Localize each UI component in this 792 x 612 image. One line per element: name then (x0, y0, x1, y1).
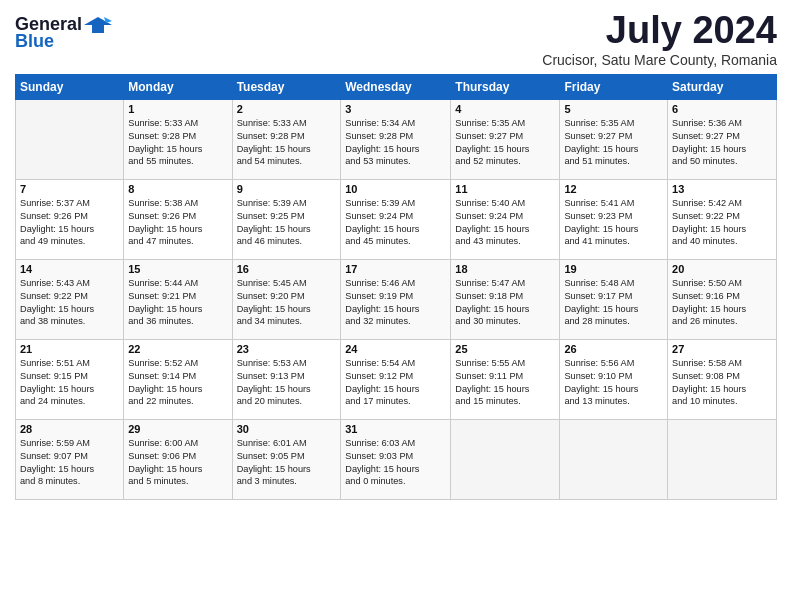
day-number: 16 (237, 263, 337, 275)
day-info: Sunrise: 5:33 AM Sunset: 9:28 PM Dayligh… (128, 117, 227, 169)
day-number: 11 (455, 183, 555, 195)
calendar-cell: 20Sunrise: 5:50 AM Sunset: 9:16 PM Dayli… (668, 259, 777, 339)
calendar-cell: 15Sunrise: 5:44 AM Sunset: 9:21 PM Dayli… (124, 259, 232, 339)
calendar-cell: 16Sunrise: 5:45 AM Sunset: 9:20 PM Dayli… (232, 259, 341, 339)
day-number: 3 (345, 103, 446, 115)
day-number: 23 (237, 343, 337, 355)
day-number: 27 (672, 343, 772, 355)
logo-text-blue: Blue (15, 31, 54, 52)
day-number: 12 (564, 183, 663, 195)
day-number: 19 (564, 263, 663, 275)
day-info: Sunrise: 5:44 AM Sunset: 9:21 PM Dayligh… (128, 277, 227, 329)
calendar-cell: 28Sunrise: 5:59 AM Sunset: 9:07 PM Dayli… (16, 419, 124, 499)
day-info: Sunrise: 5:39 AM Sunset: 9:24 PM Dayligh… (345, 197, 446, 249)
calendar-cell: 11Sunrise: 5:40 AM Sunset: 9:24 PM Dayli… (451, 179, 560, 259)
calendar-header-row: SundayMondayTuesdayWednesdayThursdayFrid… (16, 74, 777, 99)
calendar-cell: 6Sunrise: 5:36 AM Sunset: 9:27 PM Daylig… (668, 99, 777, 179)
day-number: 2 (237, 103, 337, 115)
location-subtitle: Crucisor, Satu Mare County, Romania (542, 52, 777, 68)
month-title: July 2024 (542, 10, 777, 52)
day-number: 5 (564, 103, 663, 115)
day-number: 13 (672, 183, 772, 195)
day-number: 31 (345, 423, 446, 435)
day-info: Sunrise: 5:36 AM Sunset: 9:27 PM Dayligh… (672, 117, 772, 169)
calendar-cell: 14Sunrise: 5:43 AM Sunset: 9:22 PM Dayli… (16, 259, 124, 339)
calendar-cell: 18Sunrise: 5:47 AM Sunset: 9:18 PM Dayli… (451, 259, 560, 339)
day-number: 24 (345, 343, 446, 355)
day-info: Sunrise: 5:54 AM Sunset: 9:12 PM Dayligh… (345, 357, 446, 409)
calendar-cell: 3Sunrise: 5:34 AM Sunset: 9:28 PM Daylig… (341, 99, 451, 179)
calendar-cell: 31Sunrise: 6:03 AM Sunset: 9:03 PM Dayli… (341, 419, 451, 499)
day-number: 14 (20, 263, 119, 275)
calendar-cell: 4Sunrise: 5:35 AM Sunset: 9:27 PM Daylig… (451, 99, 560, 179)
day-number: 4 (455, 103, 555, 115)
day-info: Sunrise: 6:01 AM Sunset: 9:05 PM Dayligh… (237, 437, 337, 489)
day-info: Sunrise: 5:45 AM Sunset: 9:20 PM Dayligh… (237, 277, 337, 329)
day-info: Sunrise: 5:48 AM Sunset: 9:17 PM Dayligh… (564, 277, 663, 329)
day-number: 26 (564, 343, 663, 355)
calendar-cell: 8Sunrise: 5:38 AM Sunset: 9:26 PM Daylig… (124, 179, 232, 259)
calendar-week-row: 21Sunrise: 5:51 AM Sunset: 9:15 PM Dayli… (16, 339, 777, 419)
day-info: Sunrise: 5:50 AM Sunset: 9:16 PM Dayligh… (672, 277, 772, 329)
calendar-cell: 12Sunrise: 5:41 AM Sunset: 9:23 PM Dayli… (560, 179, 668, 259)
day-info: Sunrise: 5:56 AM Sunset: 9:10 PM Dayligh… (564, 357, 663, 409)
calendar-cell: 19Sunrise: 5:48 AM Sunset: 9:17 PM Dayli… (560, 259, 668, 339)
day-info: Sunrise: 5:39 AM Sunset: 9:25 PM Dayligh… (237, 197, 337, 249)
calendar-cell: 26Sunrise: 5:56 AM Sunset: 9:10 PM Dayli… (560, 339, 668, 419)
calendar-cell: 10Sunrise: 5:39 AM Sunset: 9:24 PM Dayli… (341, 179, 451, 259)
day-info: Sunrise: 5:42 AM Sunset: 9:22 PM Dayligh… (672, 197, 772, 249)
calendar-week-row: 7Sunrise: 5:37 AM Sunset: 9:26 PM Daylig… (16, 179, 777, 259)
calendar-week-row: 28Sunrise: 5:59 AM Sunset: 9:07 PM Dayli… (16, 419, 777, 499)
calendar-cell: 7Sunrise: 5:37 AM Sunset: 9:26 PM Daylig… (16, 179, 124, 259)
day-info: Sunrise: 5:59 AM Sunset: 9:07 PM Dayligh… (20, 437, 119, 489)
calendar-cell: 24Sunrise: 5:54 AM Sunset: 9:12 PM Dayli… (341, 339, 451, 419)
day-info: Sunrise: 5:43 AM Sunset: 9:22 PM Dayligh… (20, 277, 119, 329)
calendar-cell: 30Sunrise: 6:01 AM Sunset: 9:05 PM Dayli… (232, 419, 341, 499)
header-day-wednesday: Wednesday (341, 74, 451, 99)
day-number: 8 (128, 183, 227, 195)
day-number: 29 (128, 423, 227, 435)
day-number: 25 (455, 343, 555, 355)
header: General Blue July 2024 Crucisor, Satu Ma… (15, 10, 777, 68)
day-number: 1 (128, 103, 227, 115)
day-info: Sunrise: 5:41 AM Sunset: 9:23 PM Dayligh… (564, 197, 663, 249)
calendar-cell: 5Sunrise: 5:35 AM Sunset: 9:27 PM Daylig… (560, 99, 668, 179)
calendar-table: SundayMondayTuesdayWednesdayThursdayFrid… (15, 74, 777, 500)
day-number: 17 (345, 263, 446, 275)
day-number: 22 (128, 343, 227, 355)
day-info: Sunrise: 5:58 AM Sunset: 9:08 PM Dayligh… (672, 357, 772, 409)
day-info: Sunrise: 5:55 AM Sunset: 9:11 PM Dayligh… (455, 357, 555, 409)
calendar-week-row: 1Sunrise: 5:33 AM Sunset: 9:28 PM Daylig… (16, 99, 777, 179)
header-day-monday: Monday (124, 74, 232, 99)
header-day-saturday: Saturday (668, 74, 777, 99)
calendar-cell (560, 419, 668, 499)
calendar-cell: 9Sunrise: 5:39 AM Sunset: 9:25 PM Daylig… (232, 179, 341, 259)
day-info: Sunrise: 5:38 AM Sunset: 9:26 PM Dayligh… (128, 197, 227, 249)
calendar-cell: 1Sunrise: 5:33 AM Sunset: 9:28 PM Daylig… (124, 99, 232, 179)
logo: General Blue (15, 14, 112, 52)
day-number: 28 (20, 423, 119, 435)
header-day-tuesday: Tuesday (232, 74, 341, 99)
day-number: 20 (672, 263, 772, 275)
day-number: 10 (345, 183, 446, 195)
day-info: Sunrise: 5:37 AM Sunset: 9:26 PM Dayligh… (20, 197, 119, 249)
day-number: 6 (672, 103, 772, 115)
day-info: Sunrise: 5:51 AM Sunset: 9:15 PM Dayligh… (20, 357, 119, 409)
day-info: Sunrise: 5:46 AM Sunset: 9:19 PM Dayligh… (345, 277, 446, 329)
day-number: 15 (128, 263, 227, 275)
header-day-sunday: Sunday (16, 74, 124, 99)
calendar-cell: 25Sunrise: 5:55 AM Sunset: 9:11 PM Dayli… (451, 339, 560, 419)
day-info: Sunrise: 5:33 AM Sunset: 9:28 PM Dayligh… (237, 117, 337, 169)
day-number: 7 (20, 183, 119, 195)
calendar-cell (16, 99, 124, 179)
calendar-cell: 13Sunrise: 5:42 AM Sunset: 9:22 PM Dayli… (668, 179, 777, 259)
header-day-friday: Friday (560, 74, 668, 99)
day-info: Sunrise: 5:34 AM Sunset: 9:28 PM Dayligh… (345, 117, 446, 169)
day-info: Sunrise: 5:35 AM Sunset: 9:27 PM Dayligh… (455, 117, 555, 169)
calendar-cell: 17Sunrise: 5:46 AM Sunset: 9:19 PM Dayli… (341, 259, 451, 339)
day-info: Sunrise: 5:40 AM Sunset: 9:24 PM Dayligh… (455, 197, 555, 249)
day-info: Sunrise: 5:47 AM Sunset: 9:18 PM Dayligh… (455, 277, 555, 329)
day-info: Sunrise: 5:53 AM Sunset: 9:13 PM Dayligh… (237, 357, 337, 409)
day-info: Sunrise: 6:00 AM Sunset: 9:06 PM Dayligh… (128, 437, 227, 489)
calendar-cell: 2Sunrise: 5:33 AM Sunset: 9:28 PM Daylig… (232, 99, 341, 179)
